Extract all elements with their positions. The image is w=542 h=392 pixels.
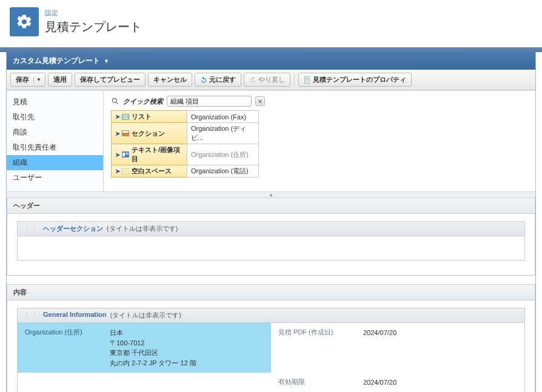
clear-search-button[interactable]: ✕ — [255, 96, 265, 106]
redo-icon — [249, 76, 256, 84]
field-label: 見積 PDF (作成日) — [278, 328, 363, 337]
template-properties-button[interactable]: 見積テンプレートのプロパティ — [298, 73, 412, 87]
field-palette: クイック検索 ✕ ➤リストOrganization (Fax)➤セクションOrg… — [104, 91, 535, 191]
subsection-header[interactable]: ⋮⋮ヘッダーセクション(タイトルは非表示です) — [17, 221, 525, 236]
sidebar-item-3[interactable]: 取引先責任者 — [7, 140, 103, 155]
subsection-header[interactable]: ⋮⋮General Information(タイトルは非表示です) — [17, 308, 525, 323]
svg-rect-13 — [122, 153, 125, 156]
canvas-section-title: ヘッダー — [7, 198, 535, 214]
field-label: 有効期限 — [278, 377, 363, 387]
field-cell[interactable] — [18, 373, 271, 392]
palette-field-2: Organization (住所) — [187, 144, 259, 165]
settings-gear-icon — [10, 7, 39, 36]
panel-title-bar[interactable]: カスタム見積テンプレート ▼ — [7, 52, 535, 70]
field-value: 2024/07/20 — [363, 328, 396, 338]
object-sidebar: 見積取引先商談取引先責任者組織ユーザー — [7, 91, 104, 191]
field-cell[interactable]: Organization (住所)日本〒100-7012東京都 千代田区丸の内 … — [18, 323, 271, 373]
page-title: 見積テンプレート — [45, 19, 142, 35]
decorative-band — [0, 47, 542, 52]
palette-field-3[interactable]: Organization (電話) — [187, 165, 259, 178]
field-label: Organization (住所) — [25, 328, 110, 367]
svg-rect-8 — [122, 116, 129, 118]
palette-component-1[interactable]: ➤セクション — [111, 122, 187, 144]
search-icon — [111, 97, 119, 105]
svg-rect-3 — [306, 81, 309, 81]
collapse-handle[interactable]: ▲ — [7, 191, 535, 198]
panel-title-label: カスタム見積テンプレート — [13, 56, 100, 66]
field-value: 2024/07/20 — [363, 377, 396, 388]
sidebar-item-2[interactable]: 商談 — [7, 125, 103, 140]
cancel-button[interactable]: キャンセル — [148, 73, 192, 87]
palette-field-0[interactable]: Organization (Fax) — [187, 110, 259, 123]
svg-rect-1 — [306, 78, 309, 79]
svg-line-5 — [116, 102, 118, 104]
save-button[interactable]: 保存▼ — [10, 73, 45, 87]
palette-component-0[interactable]: ➤リスト — [111, 110, 187, 123]
toolbar: 保存▼ 適用 保存してプレビュー キャンセル 元に戻す やり直し 見積テンプレー… — [7, 70, 535, 90]
svg-rect-2 — [306, 79, 309, 80]
svg-rect-11 — [122, 131, 129, 133]
quick-find-label: クイック検索 — [123, 97, 163, 106]
save-dropdown-caret[interactable]: ▼ — [33, 77, 44, 82]
breadcrumb[interactable]: 設定 — [45, 8, 142, 18]
canvas-section-title: 内容 — [7, 284, 535, 301]
save-and-preview-button[interactable]: 保存してプレビュー — [75, 73, 146, 87]
svg-point-4 — [112, 98, 116, 102]
palette-field-1[interactable]: Organization (ディビ... — [187, 122, 259, 144]
apply-button[interactable]: 適用 — [48, 73, 72, 87]
svg-rect-7 — [122, 115, 129, 116]
palette-component-2[interactable]: ➤テキスト/画像項目 — [111, 144, 187, 165]
page-header: 設定 見積テンプレート — [0, 0, 542, 47]
field-cell[interactable]: 見積 PDF (作成日)2024/07/20 — [271, 323, 524, 373]
document-icon — [304, 76, 311, 84]
toolbar-divider — [294, 74, 295, 86]
palette-component-3[interactable]: ➤空白スペース — [111, 165, 187, 178]
redo-button[interactable]: やり直し — [244, 73, 290, 87]
sidebar-item-1[interactable]: 取引先 — [7, 110, 103, 125]
sidebar-item-4[interactable]: 組織 — [7, 155, 103, 170]
field-value: 日本〒100-7012東京都 千代田区丸の内 2-7-2 JP タワー 12 階 — [110, 328, 196, 368]
field-cell[interactable]: 有効期限2024/07/20 — [271, 373, 524, 392]
sidebar-item-5[interactable]: ユーザー — [7, 170, 103, 185]
undo-icon — [200, 76, 207, 84]
svg-rect-16 — [122, 168, 129, 174]
undo-button[interactable]: 元に戻す — [195, 73, 241, 87]
subsection-body[interactable] — [17, 236, 525, 261]
svg-rect-14 — [125, 153, 129, 153]
sidebar-item-0[interactable]: 見積 — [7, 95, 103, 110]
quick-find-input[interactable] — [167, 96, 252, 107]
subsection-body[interactable]: Organization (住所)日本〒100-7012東京都 千代田区丸の内 … — [17, 323, 525, 392]
chevron-down-icon: ▼ — [104, 58, 109, 64]
svg-rect-9 — [122, 118, 129, 119]
svg-rect-15 — [125, 154, 129, 154]
